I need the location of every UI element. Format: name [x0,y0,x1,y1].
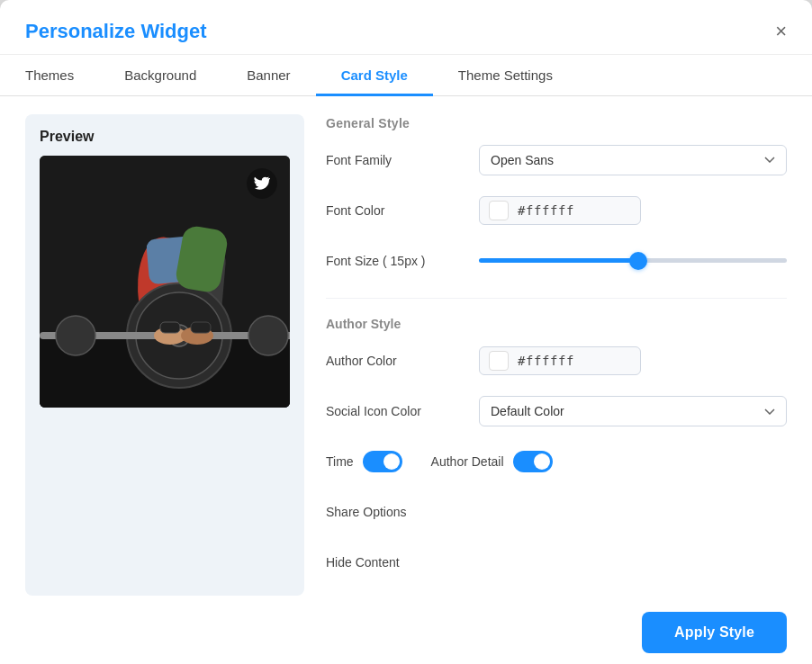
tab-themesettings[interactable]: Theme Settings [433,55,578,96]
svg-rect-15 [160,322,180,333]
author-detail-toggle-item: Author Detail [431,451,553,472]
tab-background[interactable]: Background [99,55,221,96]
time-author-row: Time Author Detail [326,444,787,479]
apply-style-button[interactable]: Apply Style [642,612,787,653]
font-color-label: Font Color [326,203,479,218]
font-color-control: #ffffff [479,196,787,225]
general-style-label: General Style [326,116,787,130]
author-color-row: Author Color #ffffff [326,344,787,378]
time-toggle-slider [363,451,402,472]
hide-content-row: Hide Content [326,545,787,579]
twitter-icon-wrap [247,168,277,199]
font-family-select[interactable]: Open Sans Arial Roboto Georgia Times New… [479,145,787,175]
font-color-swatch [489,201,509,220]
font-family-row: Font Family Open Sans Arial Roboto Georg… [326,143,787,177]
author-color-control: #ffffff [479,346,787,375]
modal-title: Personalize Widget [25,20,207,43]
author-color-swatch [489,351,509,371]
font-family-label: Font Family [326,153,479,167]
preview-image [40,156,290,408]
author-color-label: Author Color [326,354,479,368]
font-size-label: Font Size ( 15px ) [326,254,479,268]
social-icon-label: Social Icon Color [326,404,479,418]
tab-banner[interactable]: Banner [221,55,315,96]
svg-rect-16 [191,322,211,333]
preview-panel: Preview [25,114,304,597]
font-color-row: Font Color #ffffff [326,193,787,228]
twitter-icon [254,176,270,191]
svg-point-18 [248,316,288,355]
font-size-control [479,258,787,263]
modal-header: Personalize Widget × [0,0,812,55]
social-icon-select[interactable]: Default Color White Black Custom [479,396,787,426]
time-author-toggles: Time Author Detail [326,451,787,472]
tabs-bar: Themes Background Banner Card Style Them… [0,55,812,96]
close-button[interactable]: × [775,22,787,41]
share-options-control [479,504,787,520]
share-options-row: Share Options [326,495,787,529]
main-content: Preview [0,96,812,597]
settings-panel: General Style Font Family Open Sans Aria… [326,114,787,597]
author-detail-toggle[interactable] [513,451,553,472]
font-size-row: Font Size ( 15px ) [326,244,787,278]
preview-label: Preview [40,129,94,145]
personalize-widget-modal: Personalize Widget × Themes Background B… [0,0,812,664]
author-detail-toggle-slider [513,451,553,472]
divider-1 [326,298,787,300]
font-family-control: Open Sans Arial Roboto Georgia Times New… [479,145,787,175]
social-icon-control: Default Color White Black Custom [479,396,787,426]
tab-themes[interactable]: Themes [25,55,99,96]
author-style-label: Author Style [326,317,787,331]
font-color-value: #ffffff [518,203,574,218]
font-size-slider[interactable] [479,258,787,263]
time-label: Time [326,454,354,469]
share-options-label: Share Options [326,505,479,519]
tab-cardstyle[interactable]: Card Style [316,55,433,96]
time-toggle[interactable] [363,451,402,472]
author-color-value: #ffffff [518,354,574,368]
hide-content-label: Hide Content [326,555,479,570]
svg-point-17 [56,316,95,355]
author-detail-label: Author Detail [431,454,504,469]
hide-content-control [479,554,787,570]
font-color-input-wrap[interactable]: #ffffff [479,196,641,225]
author-color-input-wrap[interactable]: #ffffff [479,346,641,375]
modal-footer: Apply Style [0,596,812,664]
time-toggle-item: Time [326,451,402,472]
social-icon-row: Social Icon Color Default Color White Bl… [326,394,787,428]
